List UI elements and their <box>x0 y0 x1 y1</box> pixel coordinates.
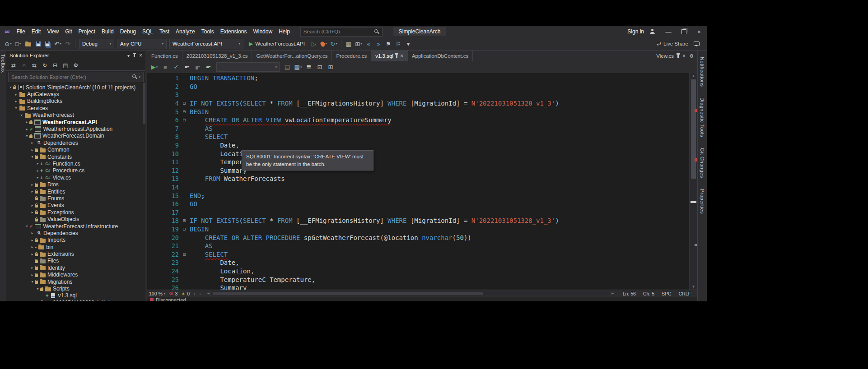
code-line-24[interactable]: 24 Location, <box>147 267 690 276</box>
code-line-14[interactable]: 14 <box>147 183 690 192</box>
expanded-arrow-icon[interactable]: ▾ <box>30 280 35 284</box>
platform-dropdown[interactable]: Any CPU▾ <box>117 39 167 49</box>
error-count[interactable]: ⊗ 3 <box>169 291 177 296</box>
pin-icon[interactable] <box>677 54 679 58</box>
tree-item-entities[interactable]: ▸Entities <box>6 188 145 195</box>
tab-view-cs[interactable]: View.cs <box>656 53 674 59</box>
collapsed-arrow-icon[interactable]: ▸ <box>30 210 35 214</box>
panel-tab-diagnostic-tools[interactable]: Diagnostic Tools <box>700 97 705 137</box>
navigate-backward-icon[interactable]: ⊙▾ <box>4 39 13 49</box>
sql-execute-icon[interactable]: ▶▾ <box>150 62 159 72</box>
menu-sql[interactable]: SQL <box>139 27 156 36</box>
menu-tools[interactable]: Tools <box>198 27 217 36</box>
menu-edit[interactable]: Edit <box>28 27 44 36</box>
toolbox-tab[interactable]: Toolbox <box>0 54 6 73</box>
close-icon[interactable]: × <box>400 53 403 59</box>
tree-item-20220511183226-initial.cs[interactable]: ▸C#20220511183226_initial.cs <box>6 299 145 301</box>
sql-cancel-icon[interactable]: ■ <box>161 62 170 72</box>
panel-tab-git-changes[interactable]: Git Changes <box>700 148 705 178</box>
tree-item-weatherforecast.infrastructure[interactable]: ▾✓WeatherForecast.Infrastructure <box>6 223 145 230</box>
menu-build[interactable]: Build <box>98 27 117 36</box>
code-line-2[interactable]: 2GO <box>147 83 690 91</box>
show-all-files-icon[interactable]: ▤ <box>62 61 69 69</box>
expanded-arrow-icon[interactable]: ▾ <box>8 85 13 89</box>
tree-item-enums[interactable]: Enums <box>6 195 145 202</box>
tree-item-weatherforecast[interactable]: ▾WeatherForecast <box>6 112 145 119</box>
search-icon[interactable] <box>132 74 137 79</box>
solution-explorer-scrollbar[interactable] <box>143 82 145 301</box>
tab-getweatherfor...ationquery.cs[interactable]: GetWeatherFor...ationQuery.cs <box>252 51 332 61</box>
menu-analyze[interactable]: Analyze <box>173 27 198 36</box>
collapsed-arrow-icon[interactable]: ▸ <box>30 238 35 242</box>
find-in-files-icon[interactable]: ▦ <box>344 39 353 49</box>
tab-applicationdbcontext.cs[interactable]: ApplicationDbContext.cs <box>408 51 473 61</box>
sync-with-active-document-icon[interactable]: ⇄ <box>10 61 17 69</box>
tree-item-exceptions[interactable]: ▸Exceptions <box>6 209 145 216</box>
expanded-arrow-icon[interactable]: ▾ <box>24 134 29 138</box>
menu-file[interactable]: File <box>13 27 28 36</box>
sql-change-connection-icon[interactable] <box>204 62 213 72</box>
results-to-text-icon[interactable]: ≣ <box>304 62 313 72</box>
tree-item-view.cs[interactable]: ▸+C#View.cs <box>6 174 145 181</box>
expanded-arrow-icon[interactable]: ▾ <box>24 224 29 228</box>
tree-item-weatherforecast.domain[interactable]: ▾WeatherForecast.Domain <box>6 133 145 139</box>
restore-button[interactable] <box>676 26 691 37</box>
toolbar-options-icon[interactable]: ▾ <box>404 39 413 49</box>
tree-item-valueobjects[interactable]: ValueObjects <box>6 216 145 222</box>
window-position-icon[interactable]: ▾ <box>127 53 130 58</box>
estimated-plan-icon[interactable]: ▤ <box>283 62 292 72</box>
expanded-arrow-icon[interactable]: ▾ <box>19 113 24 117</box>
new-query-icon[interactable]: ⊞ <box>326 62 335 72</box>
expanded-arrow-icon[interactable]: ▾ <box>35 287 40 291</box>
tab-procedure.cs[interactable]: Procedure.cs <box>332 51 371 61</box>
home-icon[interactable]: ⌂ <box>21 61 27 69</box>
collapsed-arrow-icon[interactable]: ▸ <box>30 231 35 235</box>
search-icon[interactable] <box>374 29 379 34</box>
code-line-12[interactable]: 12 Summary <box>147 166 690 175</box>
code-line-11[interactable]: 11 TemperatureC Temperature, <box>147 158 690 166</box>
menu-project[interactable]: Project <box>75 27 98 36</box>
tab-function.cs[interactable]: Function.cs <box>147 51 182 61</box>
code-line-13[interactable]: 13 FROM WeatherForecasts <box>147 175 690 183</box>
zoom-control[interactable]: 100 %▾ <box>149 291 165 296</box>
close-icon[interactable]: × <box>139 52 142 59</box>
scroll-left-icon[interactable]: ◄ <box>205 291 212 295</box>
tree-item-events[interactable]: ▸Events <box>6 202 145 209</box>
code-line-22[interactable]: 22⊟ SELECT <box>147 250 690 258</box>
menu-debug[interactable]: Debug <box>117 27 139 36</box>
code-line-23[interactable]: 23 Date, <box>147 258 690 267</box>
tree-item-migrations[interactable]: ▾Migrations <box>6 278 145 285</box>
line-indicator[interactable]: Ln: 56 <box>623 291 636 296</box>
tree-item-function.cs[interactable]: ▸+C#Function.cs <box>6 160 145 167</box>
open-file-icon[interactable] <box>23 39 33 49</box>
startup-project-dropdown[interactable]: WeatherForecast.API▾ <box>169 39 243 49</box>
tree-item-bin[interactable]: ▸●bin <box>6 244 145 250</box>
configuration-dropdown[interactable]: Debug▾ <box>79 39 114 49</box>
solution-search-input[interactable]: Search Solution Explorer (Ctrl+;) ▾ <box>8 72 144 82</box>
collapsed-arrow-icon[interactable]: ▸ <box>30 245 35 249</box>
collapsed-arrow-icon[interactable]: ▸ <box>30 189 35 194</box>
close-icon[interactable]: × <box>682 53 686 59</box>
refresh-icon[interactable]: ↻ <box>42 61 48 69</box>
code-editor[interactable]: 1BEGIN TRANSACTION;2GO34⊟IF NOT EXISTS(S… <box>147 73 697 290</box>
code-line-21[interactable]: 21 AS <box>147 242 690 250</box>
save-icon[interactable] <box>33 39 42 49</box>
tree-item-apigateways[interactable]: ▸ApiGateways <box>6 91 145 97</box>
code-line-8[interactable]: 8 SELECT <box>147 133 690 141</box>
code-line-15[interactable]: 15END; <box>147 191 690 200</box>
collapsed-arrow-icon[interactable]: ▸ <box>30 183 35 187</box>
code-line-16[interactable]: 16GO <box>147 200 690 208</box>
collapsed-arrow-icon[interactable]: ▸ <box>14 99 19 103</box>
menu-window[interactable]: Window <box>250 27 275 36</box>
properties-icon[interactable]: ⚙ <box>73 61 79 69</box>
expanded-arrow-icon[interactable]: ▾ <box>14 106 19 110</box>
undo-icon[interactable]: ↶▾ <box>53 39 62 49</box>
tree-item-common[interactable]: ▸Common <box>6 147 145 153</box>
sql-connect-icon[interactable] <box>182 62 191 72</box>
collapsed-arrow-icon[interactable]: ▸ <box>24 120 29 124</box>
solution-platforms-icon[interactable]: ⊞▾ <box>354 39 363 49</box>
collapsed-arrow-icon[interactable]: ▸ <box>30 273 35 277</box>
previous-error-icon[interactable]: ↑ <box>193 291 196 296</box>
code-line-7[interactable]: 7 AS <box>147 125 690 133</box>
expanded-arrow-icon[interactable]: ▾ <box>30 155 35 159</box>
